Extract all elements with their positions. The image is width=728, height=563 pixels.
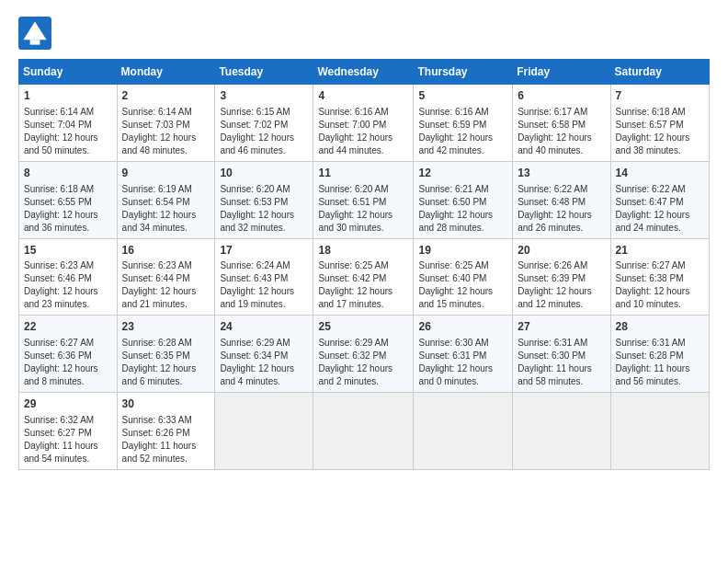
day-info: Sunset: 6:34 PM — [220, 350, 308, 362]
svg-rect-2 — [30, 40, 40, 44]
week-row-2: 8Sunrise: 6:18 AMSunset: 6:55 PMDaylight… — [19, 161, 710, 238]
day-info: and 19 minutes. — [220, 298, 308, 311]
calendar-cell: 15Sunrise: 6:23 AMSunset: 6:46 PMDayligh… — [19, 238, 118, 316]
calendar-cell: 28Sunrise: 6:31 AMSunset: 6:28 PMDayligh… — [610, 316, 709, 393]
logo — [18, 17, 55, 50]
day-info: Sunrise: 6:22 AM — [518, 183, 605, 196]
day-info: Sunrise: 6:26 AM — [518, 259, 605, 272]
day-info: and 32 minutes. — [220, 222, 308, 235]
day-number: 22 — [24, 319, 112, 335]
calendar-cell: 4Sunrise: 6:16 AMSunset: 7:00 PMDaylight… — [313, 85, 414, 162]
day-info: Daylight: 11 hours — [518, 362, 605, 375]
day-info: Daylight: 12 hours — [122, 209, 210, 222]
day-info: Daylight: 12 hours — [318, 362, 408, 375]
calendar-cell: 16Sunrise: 6:23 AMSunset: 6:44 PMDayligh… — [117, 238, 215, 316]
day-info: Sunset: 6:36 PM — [24, 350, 112, 362]
day-info: Daylight: 12 hours — [122, 132, 210, 144]
calendar-cell: 12Sunrise: 6:21 AMSunset: 6:50 PMDayligh… — [414, 161, 513, 238]
day-info: Sunset: 7:03 PM — [122, 119, 210, 132]
day-info: and 24 minutes. — [616, 222, 704, 235]
day-info: Daylight: 12 hours — [518, 132, 605, 144]
calendar-cell: 6Sunrise: 6:17 AMSunset: 6:58 PMDaylight… — [513, 85, 610, 162]
day-info: Sunrise: 6:14 AM — [122, 106, 210, 119]
day-info: Sunrise: 6:33 AM — [122, 414, 210, 427]
day-info: Daylight: 12 hours — [220, 209, 308, 222]
day-info: Sunrise: 6:23 AM — [122, 259, 210, 272]
calendar-table: SundayMondayTuesdayWednesdayThursdayFrid… — [18, 59, 710, 470]
day-info: and 15 minutes. — [418, 298, 507, 311]
day-info: Sunset: 6:38 PM — [616, 272, 704, 285]
day-info: and 42 minutes. — [418, 144, 507, 157]
day-number: 24 — [220, 319, 308, 335]
day-number: 18 — [318, 243, 408, 259]
calendar-cell: 26Sunrise: 6:30 AMSunset: 6:31 PMDayligh… — [414, 316, 513, 393]
day-info: Sunset: 7:00 PM — [318, 119, 408, 132]
calendar-cell — [215, 393, 313, 470]
header — [18, 17, 710, 50]
day-info: Daylight: 11 hours — [616, 362, 704, 375]
day-info: Daylight: 12 hours — [418, 209, 507, 222]
day-info: and 6 minutes. — [122, 375, 210, 388]
calendar-cell: 20Sunrise: 6:26 AMSunset: 6:39 PMDayligh… — [513, 238, 610, 316]
day-number: 2 — [122, 88, 210, 104]
calendar-cell: 18Sunrise: 6:25 AMSunset: 6:42 PMDayligh… — [313, 238, 414, 316]
day-number: 25 — [318, 319, 408, 335]
day-info: and 8 minutes. — [24, 375, 112, 388]
day-info: Daylight: 12 hours — [220, 362, 308, 375]
day-info: Daylight: 12 hours — [518, 209, 605, 222]
day-info: Sunset: 6:51 PM — [318, 196, 408, 209]
day-info: and 30 minutes. — [318, 222, 408, 235]
calendar-cell: 9Sunrise: 6:19 AMSunset: 6:54 PMDaylight… — [117, 161, 215, 238]
day-info: and 34 minutes. — [122, 222, 210, 235]
calendar-cell: 19Sunrise: 6:25 AMSunset: 6:40 PMDayligh… — [414, 238, 513, 316]
day-info: Daylight: 11 hours — [24, 440, 112, 453]
calendar-cell — [513, 393, 610, 470]
day-info: Sunset: 6:32 PM — [318, 350, 408, 362]
day-info: and 54 minutes. — [24, 453, 112, 465]
day-info: Sunset: 6:53 PM — [220, 196, 308, 209]
day-info: and 17 minutes. — [318, 298, 408, 311]
day-info: and 10 minutes. — [616, 298, 704, 311]
day-info: Sunrise: 6:30 AM — [418, 337, 507, 350]
day-info: Daylight: 12 hours — [418, 285, 507, 298]
calendar-cell: 29Sunrise: 6:32 AMSunset: 6:27 PMDayligh… — [19, 393, 118, 470]
day-info: and 48 minutes. — [122, 144, 210, 157]
day-info: Sunrise: 6:27 AM — [24, 337, 112, 350]
day-info: Daylight: 12 hours — [24, 362, 112, 375]
day-info: Sunrise: 6:29 AM — [220, 337, 308, 350]
day-info: Sunrise: 6:19 AM — [122, 183, 210, 196]
day-info: and 26 minutes. — [518, 222, 605, 235]
day-info: Sunrise: 6:15 AM — [220, 106, 308, 119]
day-info: Sunset: 6:44 PM — [122, 272, 210, 285]
day-info: Sunrise: 6:16 AM — [318, 106, 408, 119]
day-header-thursday: Thursday — [414, 60, 513, 85]
day-info: Daylight: 12 hours — [318, 285, 408, 298]
day-info: Sunset: 6:39 PM — [518, 272, 605, 285]
day-info: Sunrise: 6:25 AM — [418, 259, 507, 272]
day-number: 28 — [616, 319, 704, 335]
day-info: Sunset: 6:42 PM — [318, 272, 408, 285]
day-info: and 36 minutes. — [24, 222, 112, 235]
day-info: Sunrise: 6:21 AM — [418, 183, 507, 196]
day-info: and 4 minutes. — [220, 375, 308, 388]
day-info: and 50 minutes. — [24, 144, 112, 157]
day-info: Sunrise: 6:25 AM — [318, 259, 408, 272]
day-number: 19 — [418, 243, 507, 259]
day-info: Sunset: 7:04 PM — [24, 119, 112, 132]
day-info: Daylight: 12 hours — [122, 285, 210, 298]
day-info: Sunrise: 6:22 AM — [616, 183, 704, 196]
day-number: 17 — [220, 243, 308, 259]
day-info: Daylight: 12 hours — [418, 132, 507, 144]
day-info: and 38 minutes. — [616, 144, 704, 157]
day-info: and 40 minutes. — [518, 144, 605, 157]
day-info: and 28 minutes. — [418, 222, 507, 235]
day-info: Daylight: 12 hours — [518, 285, 605, 298]
calendar-cell: 27Sunrise: 6:31 AMSunset: 6:30 PMDayligh… — [513, 316, 610, 393]
day-info: Sunrise: 6:28 AM — [122, 337, 210, 350]
day-number: 4 — [318, 88, 408, 104]
day-info: Sunset: 6:43 PM — [220, 272, 308, 285]
day-header-wednesday: Wednesday — [313, 60, 414, 85]
day-info: Sunset: 6:50 PM — [418, 196, 507, 209]
day-info: Sunset: 6:27 PM — [24, 427, 112, 440]
calendar-cell: 10Sunrise: 6:20 AMSunset: 6:53 PMDayligh… — [215, 161, 313, 238]
